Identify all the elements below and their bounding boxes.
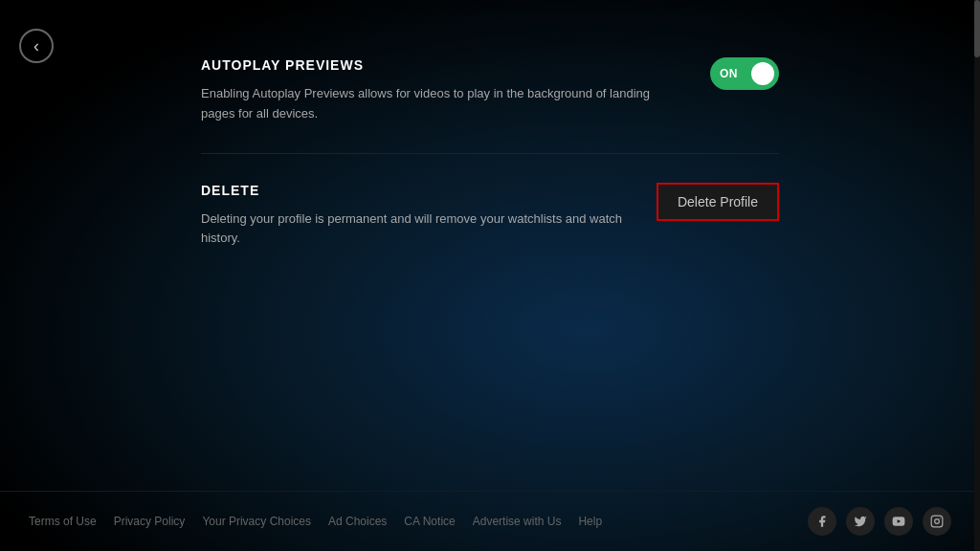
scrollbar[interactable] [974,0,980,551]
autoplay-section: AUTOPLAY PREVIEWS Enabling Autoplay Prev… [201,29,779,154]
autoplay-section-left: AUTOPLAY PREVIEWS Enabling Autoplay Prev… [201,57,660,124]
main-area: AUTOPLAY PREVIEWS Enabling Autoplay Prev… [0,0,980,491]
footer-link-terms[interactable]: Terms of Use [29,515,97,528]
social-icons [808,507,951,536]
autoplay-section-right: ON [710,57,779,90]
autoplay-title: AUTOPLAY PREVIEWS [201,57,660,73]
footer-link-ad-choices[interactable]: Ad Choices [328,515,387,528]
footer-link-ca-notice[interactable]: CA Notice [404,515,455,528]
facebook-icon[interactable] [808,507,836,536]
footer-link-privacy-choices[interactable]: Your Privacy Choices [202,515,311,528]
page-content: ‹ AUTOPLAY PREVIEWS Enabling Autoplay Pr… [0,0,980,551]
youtube-icon[interactable] [884,507,913,536]
svg-point-2 [935,519,940,524]
svg-point-3 [940,518,941,518]
footer-links: Terms of Use Privacy Policy Your Privacy… [29,515,602,528]
footer-link-privacy[interactable]: Privacy Policy [114,515,186,528]
autoplay-description: Enabling Autoplay Previews allows for vi… [201,84,660,124]
delete-description: Deleting your profile is permanent and w… [201,209,657,250]
footer: Terms of Use Privacy Policy Your Privacy… [0,491,980,551]
delete-profile-button[interactable]: Delete Profile [657,183,779,221]
svg-rect-1 [931,516,943,527]
delete-section-right: Delete Profile [657,183,779,221]
delete-title: DELETE [201,183,657,198]
autoplay-toggle[interactable]: ON [710,57,779,90]
footer-link-advertise[interactable]: Advertise with Us [473,515,562,528]
scrollbar-thumb [974,0,980,57]
twitter-icon[interactable] [846,507,875,536]
back-button[interactable]: ‹ [19,29,54,63]
delete-section: DELETE Deleting your profile is permanen… [201,154,779,278]
toggle-label: ON [720,67,738,80]
toggle-knob [751,62,774,85]
footer-link-help[interactable]: Help [578,515,602,528]
instagram-icon[interactable] [923,507,951,536]
delete-section-left: DELETE Deleting your profile is permanen… [201,183,657,250]
